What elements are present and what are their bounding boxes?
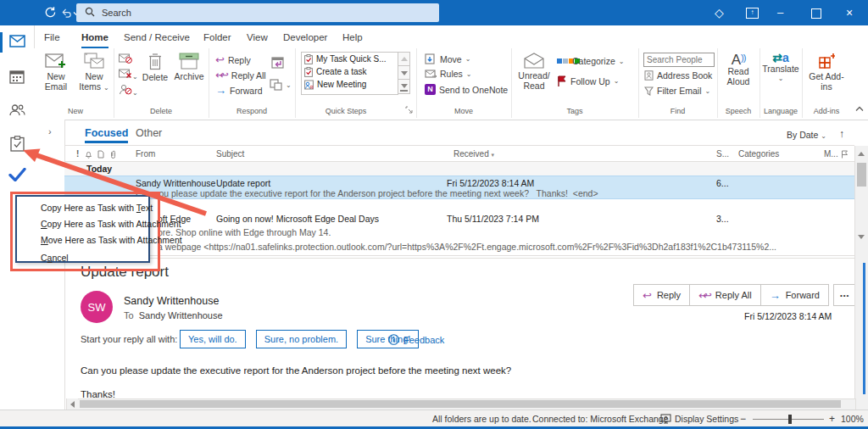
menu-item-move-as-task-attachment[interactable]: Move Here as Task with Attachment (17, 232, 148, 248)
read-aloud-button[interactable]: A)) Read Aloud (720, 53, 757, 86)
get-addins-button[interactable]: Get Add-ins (805, 53, 848, 92)
move-button[interactable]: Move⌄ (425, 53, 470, 64)
collapse-group-icon[interactable]: ⌄ (71, 164, 77, 171)
reply-all-button[interactable]: ↩↩Reply All (689, 284, 760, 306)
tab-folder[interactable]: Folder (203, 30, 231, 47)
scroll-up-button[interactable] (855, 148, 867, 159)
quick-step-create-task[interactable]: Create a task (302, 65, 398, 78)
follow-up-button[interactable]: Follow Up⌄ (557, 75, 619, 86)
suggested-reply-button[interactable]: Yes, will do. (180, 330, 246, 348)
sort-by-dropdown[interactable]: By Date ⌄ (787, 130, 826, 140)
column-importance[interactable]: ! (76, 149, 79, 159)
expand-folder-pane-button[interactable]: › (48, 126, 52, 136)
display-settings-icon[interactable] (660, 414, 671, 426)
junk-icon[interactable]: ⌄ (119, 84, 138, 97)
people-icon[interactable] (9, 103, 25, 119)
avatar[interactable]: SW (81, 291, 113, 323)
reply-button[interactable]: ↩Reply (633, 284, 689, 306)
undo-icon[interactable] (61, 0, 72, 25)
column-categories[interactable]: Categories (738, 149, 779, 159)
scrollbar-thumb[interactable] (857, 163, 866, 187)
group-row-today[interactable]: ⌄ Today (64, 162, 854, 176)
quick-step-my-task[interactable]: My Task Quick S... (302, 53, 398, 65)
categorize-button[interactable]: Categorize⌄ (557, 56, 624, 66)
premium-diamond-icon[interactable]: ◇ (715, 0, 724, 25)
tab-send-receive[interactable]: Send / Receive (124, 30, 190, 47)
suggested-reply-button[interactable]: Sure, no problem. (256, 330, 347, 348)
quick-step-new-meeting[interactable]: RNew Meeting (302, 78, 398, 91)
delete-button[interactable]: Delete (139, 53, 171, 82)
tab-developer[interactable]: Developer (283, 30, 327, 47)
search-input[interactable] (100, 7, 409, 19)
new-email-icon (45, 61, 67, 71)
address-book-icon (644, 70, 654, 81)
recipient-name[interactable]: Sandy Writtenhouse (139, 310, 223, 320)
cleanup-icon[interactable]: ⌄ (119, 69, 138, 81)
forward-button[interactable]: →Forward (760, 284, 829, 306)
translate-button[interactable]: ⇄a Translate ⌄ (762, 53, 799, 84)
todo-check-icon[interactable] (8, 168, 26, 183)
flag-column-icon[interactable] (841, 150, 849, 160)
search-icon (85, 7, 95, 19)
mail-icon[interactable] (9, 35, 25, 49)
new-email-button[interactable]: New Email (39, 53, 73, 92)
share-button[interactable]: ⌄ (270, 79, 292, 91)
tasks-icon[interactable] (10, 136, 25, 153)
more-actions-button[interactable]: ••• (833, 284, 856, 306)
close-button[interactable]: × (846, 0, 853, 25)
coming-soon-icon[interactable]: ↑ (746, 8, 759, 19)
column-received[interactable]: Received ▾ (453, 149, 494, 159)
zoom-slider-thumb[interactable] (788, 415, 792, 424)
feedback-link[interactable]: Feedback (388, 334, 444, 345)
filter-email-button[interactable]: Filter Email⌄ (644, 86, 710, 96)
attachment-icon[interactable] (110, 150, 116, 161)
column-from[interactable]: From (136, 149, 155, 159)
send-to-onenote-button[interactable]: NSend to OneNote (425, 84, 508, 95)
reply-all-button[interactable]: ↩↩Reply All (215, 69, 266, 81)
reminder-bell-icon[interactable] (85, 150, 92, 160)
archive-button[interactable]: Archive (171, 53, 207, 81)
maximize-button[interactable] (811, 8, 821, 19)
zoom-level[interactable]: 100% (841, 414, 864, 424)
item-type-icon[interactable] (97, 150, 104, 160)
scroll-down-button[interactable] (855, 231, 867, 242)
dialog-launcher-icon[interactable] (405, 105, 413, 115)
sync-icon[interactable] (44, 0, 57, 25)
tab-help[interactable]: Help (342, 30, 363, 47)
forward-button[interactable]: →Forward (215, 84, 263, 97)
ignore-icon[interactable] (119, 53, 132, 65)
tab-file[interactable]: File (44, 30, 60, 47)
tab-focused[interactable]: Focused (85, 127, 128, 143)
scrollbar-thumb[interactable] (80, 400, 841, 408)
tab-view[interactable]: View (247, 30, 268, 47)
calendar-icon[interactable] (9, 70, 25, 86)
column-size[interactable]: S... (716, 149, 729, 159)
search-bar[interactable] (76, 3, 439, 22)
ribbon-group-move: Move⌄ Rules⌄ NSend to OneNote Move (416, 48, 512, 118)
zoom-out-button[interactable]: − (740, 413, 746, 425)
gallery-more-button[interactable] (398, 79, 410, 94)
display-settings-button[interactable]: Display Settings (675, 414, 738, 424)
sender-name[interactable]: Sandy Writtenhouse (124, 295, 219, 307)
reading-scroll-indicator[interactable] (863, 263, 865, 394)
column-subject[interactable]: Subject (216, 149, 244, 159)
tab-home[interactable]: Home (81, 30, 108, 49)
menu-item-copy-as-task-attachment[interactable]: Copy Here as Task with Attachment (17, 216, 148, 232)
rules-button[interactable]: Rules⌄ (425, 69, 472, 79)
scroll-left-button[interactable] (67, 398, 78, 410)
reply-button[interactable]: ↩Reply (215, 53, 251, 66)
vertical-scrollbar[interactable] (854, 146, 868, 410)
new-items-button[interactable]: New Items ⌄ (76, 53, 112, 93)
menu-item-cancel[interactable]: Cancel (17, 250, 148, 266)
column-mentions[interactable]: M... (824, 149, 838, 159)
collapse-ribbon-icon[interactable] (855, 103, 864, 114)
tab-other[interactable]: Other (136, 127, 162, 139)
unread-read-button[interactable]: Unread/ Read (515, 53, 554, 91)
minimize-button[interactable]: – (777, 0, 783, 25)
meeting-reply-icon[interactable] (271, 55, 286, 70)
sort-direction-button[interactable]: ↑ (839, 128, 844, 140)
zoom-in-button[interactable]: + (829, 413, 835, 425)
search-people-input[interactable] (643, 53, 715, 67)
address-book-button[interactable]: Address Book (644, 70, 712, 81)
menu-item-copy-as-task-text[interactable]: Copy Here as Task with Text (17, 200, 148, 216)
